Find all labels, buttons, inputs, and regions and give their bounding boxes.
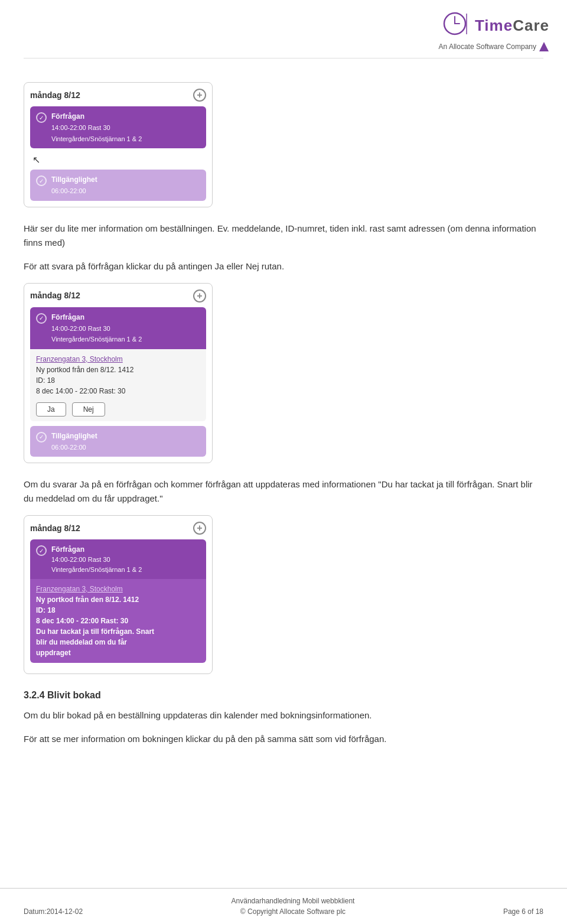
forfraган-details2-1: Vintergården/Snöstjärnan 1 & 2: [51, 134, 142, 144]
tillganglighet-title-1: Tillgänglighet: [51, 174, 97, 185]
detail-line1-3: Ny portkod från den 8/12. 1412: [36, 594, 200, 605]
detail-line3-2: 8 dec 14:00 - 22:00 Rast: 30: [36, 386, 200, 396]
check-icon-2: [36, 313, 47, 324]
mobile-header-2: måndag 8/12 +: [30, 289, 206, 302]
forfraган-title-1: Förfrågan: [51, 111, 142, 122]
tillganglighet-card-2: Tillgänglighet 06:00-22:00: [30, 426, 206, 457]
forfraган-card-3: ✓ Förfrågan 14:00-22:00 Rast 30 Vintergå…: [30, 539, 206, 579]
cursor-icon-1: ↖: [32, 153, 206, 167]
detail-line1-2: Ny portkod från den 8/12. 1412: [36, 365, 200, 375]
paragraph-3: Om du svarar Ja på en förfrågan och komm…: [24, 477, 543, 506]
forfraган-card-1: Förfrågan 14:00-22:00 Rast 30 Vintergård…: [30, 106, 206, 148]
detail-address-3: Franzengatan 3, Stockholm: [36, 584, 200, 594]
footer-date: Datum:2014-12-02: [24, 906, 83, 917]
logo-time-text: Time: [475, 14, 513, 37]
footer-center-title: Användarhandledning Mobil webbklient: [232, 896, 355, 906]
detail-line2-2: ID: 18: [36, 375, 200, 386]
detail-line6-3: uppdraget: [36, 648, 200, 658]
timecare-logo-icon: [442, 11, 477, 40]
forfraган-details1-3: 14:00-22:00 Rast 30: [51, 555, 142, 565]
page-footer: Datum:2014-12-02 Användarhandledning Mob…: [0, 888, 567, 924]
logo-care-text: Care: [513, 14, 549, 37]
logo-area: Time Care An Allocate Software Company: [439, 11, 549, 52]
btn-ja-2[interactable]: Ja: [36, 402, 66, 417]
check-icon-tillg-2: [36, 432, 47, 443]
detail-line4-3: Du har tackat ja till förfrågan. Snart: [36, 626, 200, 637]
check-icon-tillg-1: [36, 175, 47, 186]
mobile-header-3: måndag 8/12 +: [30, 522, 206, 535]
day-title-1: måndag 8/12: [30, 89, 80, 102]
paragraph-1: Här ser du lite mer information om bestä…: [24, 222, 543, 250]
tillganglighet-details-1: 06:00-22:00: [51, 186, 97, 196]
forfraган-title-2: Förfrågan: [51, 312, 142, 323]
forfraган-details2-3: Vintergården/Snöstjärnan 1 & 2: [51, 565, 142, 575]
mobile-screenshot-3: måndag 8/12 + ✓ Förfrågan 14:00-22:00 Ra…: [24, 515, 213, 674]
detail-line2-3: ID: 18: [36, 605, 200, 616]
tillganglighet-title-2: Tillgänglighet: [51, 431, 97, 441]
header-divider: [24, 58, 543, 58]
btn-nej-2[interactable]: Nej: [72, 402, 105, 417]
detail-line5-3: blir du meddelad om du får: [36, 637, 200, 648]
detail-section-accepted: Franzengatan 3, Stockholm Ny portkod frå…: [30, 579, 206, 663]
allocate-icon: [539, 41, 549, 52]
day-title-3: måndag 8/12: [30, 522, 80, 535]
footer-page-info: Page 6 of 18: [503, 906, 543, 917]
add-button-3[interactable]: +: [193, 522, 206, 535]
mobile-header-1: måndag 8/12 +: [30, 89, 206, 102]
detail-line3-3: 8 dec 14:00 - 22:00 Rast: 30: [36, 616, 200, 626]
add-button-1[interactable]: +: [193, 89, 206, 102]
logo-subtitle: An Allocate Software Company: [439, 41, 536, 52]
detail-section-2: Franzengatan 3, Stockholm Ny portkod frå…: [30, 349, 206, 421]
add-button-2[interactable]: +: [193, 289, 206, 302]
page-header: Time Care An Allocate Software Company: [0, 0, 567, 58]
forfraган-details1-2: 14:00-22:00 Rast 30: [51, 324, 142, 334]
footer-copyright: © Copyright Allocate Software plc: [232, 906, 355, 917]
forfraган-details1-1: 14:00-22:00 Rast 30: [51, 123, 142, 133]
forfraган-title-3: Förfrågan: [51, 544, 142, 555]
section-heading-324: 3.2.4 Blivit bokad: [24, 688, 543, 702]
main-content: måndag 8/12 + Förfrågan 14:00-22:00 Rast…: [0, 70, 567, 803]
logo-timecare: Time Care: [442, 11, 549, 40]
tillganglighet-details-2: 06:00-22:00: [51, 443, 97, 453]
btn-row-2: Ja Nej: [36, 402, 200, 417]
day-title-2: måndag 8/12: [30, 289, 80, 302]
forfraган-details2-2: Vintergården/Snöstjärnan 1 & 2: [51, 334, 142, 344]
tillganglighet-card-1: Tillgänglighet 06:00-22:00: [30, 170, 206, 201]
check-icon-1: [36, 112, 47, 123]
mobile-screenshot-1: måndag 8/12 + Förfrågan 14:00-22:00 Rast…: [24, 82, 213, 207]
check-icon-3: ✓: [36, 545, 47, 556]
svg-marker-4: [539, 42, 549, 51]
forfraган-card-2: Förfrågan 14:00-22:00 Rast 30 Vintergård…: [30, 307, 206, 349]
paragraph-2: För att svara på förfrågan klickar du på…: [24, 259, 543, 274]
paragraph-5: För att se mer information om bokningen …: [24, 732, 543, 746]
mobile-screenshot-2: måndag 8/12 + Förfrågan 14:00-22:00 Rast…: [24, 283, 213, 464]
detail-address-2: Franzengatan 3, Stockholm: [36, 354, 200, 365]
paragraph-4: Om du blir bokad på en beställning uppda…: [24, 708, 543, 723]
